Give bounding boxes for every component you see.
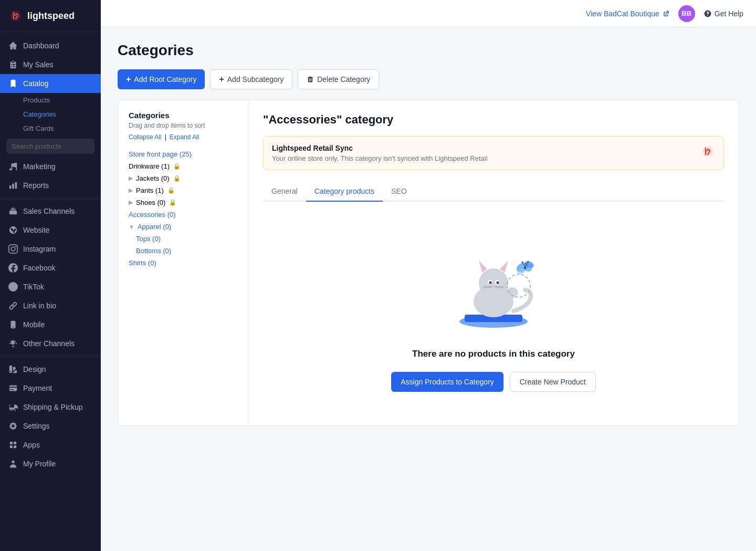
sidebar-item-my-sales[interactable]: My Sales	[0, 55, 101, 74]
svg-point-21	[513, 289, 518, 293]
lock-icon-3: 🔒	[167, 187, 175, 194]
add-subcategory-button[interactable]: + Add Subcategory	[210, 69, 292, 89]
sync-flame-icon	[700, 144, 715, 162]
profile-icon	[8, 459, 18, 469]
sidebar-item-website[interactable]: Website	[0, 221, 101, 240]
sidebar-item-catalog[interactable]: Catalog	[0, 74, 101, 93]
lock-icon: 🔒	[173, 163, 181, 170]
chart-icon	[8, 181, 18, 190]
tree-item-shirts[interactable]: Shirts (0)	[129, 257, 237, 269]
external-link-icon	[663, 10, 670, 17]
sidebar-item-tiktok[interactable]: TikTok	[0, 277, 101, 296]
plus-icon-2: +	[219, 75, 224, 84]
link-icon	[8, 301, 18, 310]
tree-item-bottoms[interactable]: Bottoms (0)	[129, 245, 237, 257]
collapse-all-link[interactable]: Collapse All	[129, 133, 162, 141]
view-store-link[interactable]: View BadCat Boutique	[586, 9, 670, 18]
design-icon	[8, 365, 18, 374]
sidebar-item-categories[interactable]: Categories	[23, 107, 101, 121]
sidebar-item-reports[interactable]: Reports	[0, 176, 101, 195]
sidebar-item-mobile[interactable]: Mobile	[0, 315, 101, 334]
app-logo[interactable]: lightspeed	[0, 0, 101, 32]
expand-icon: ▶	[129, 175, 133, 182]
logo-icon	[8, 8, 23, 23]
cat-tree-actions: Collapse All | Expand All	[129, 133, 237, 141]
avatar[interactable]: BB	[678, 5, 695, 22]
catalog-label: Catalog	[23, 79, 48, 88]
catalog-subnav: Products Categories Gift Cards	[0, 93, 101, 136]
page-toolbar: + Add Root Category + Add Subcategory De…	[118, 69, 739, 89]
empty-state: There are no products in this category A…	[263, 202, 724, 413]
sidebar-item-link-in-bio[interactable]: Link in bio	[0, 296, 101, 315]
topbar: View BadCat Boutique BB Get Help	[101, 0, 756, 27]
cat-tree-title: Categories	[129, 111, 237, 120]
tab-category-products[interactable]: Category products	[306, 182, 383, 202]
delete-category-button[interactable]: Delete Category	[298, 69, 379, 89]
create-new-product-button[interactable]: Create New Product	[510, 372, 596, 392]
main-area: View BadCat Boutique BB Get Help Categor…	[101, 0, 756, 551]
sync-card-title: Lightspeed Retail Sync	[272, 144, 488, 152]
expand-all-link[interactable]: Expand All	[170, 133, 200, 141]
sidebar-item-gift-cards[interactable]: Gift Cards	[23, 121, 101, 136]
sidebar-item-my-profile[interactable]: My Profile	[0, 454, 101, 473]
category-panel-layout: Categories Drag and drop items to sort C…	[118, 100, 739, 426]
category-tree-panel: Categories Drag and drop items to sort C…	[118, 100, 248, 425]
help-link[interactable]: Get Help	[704, 9, 743, 18]
catalog-icon	[8, 79, 18, 88]
sidebar-item-dashboard[interactable]: Dashboard	[0, 36, 101, 55]
tab-seo[interactable]: SEO	[383, 182, 415, 202]
expand-icon-3: ▶	[129, 199, 133, 206]
facebook-icon	[8, 263, 18, 273]
add-root-category-button[interactable]: + Add Root Category	[118, 69, 205, 89]
home-icon	[8, 41, 18, 50]
settings-icon	[8, 421, 18, 431]
help-icon	[704, 9, 712, 18]
tree-item-shoes[interactable]: ▶ Shoes (0) 🔒	[129, 196, 237, 209]
sidebar-item-shipping[interactable]: Shipping & Pickup	[0, 398, 101, 417]
svg-point-10	[489, 282, 492, 284]
sidebar-item-products[interactable]: Products	[23, 93, 101, 107]
tree-item-accessories[interactable]: Accessories (0)	[129, 209, 237, 221]
expand-icon-4: ▼	[129, 224, 134, 230]
tree-item-pants[interactable]: ▶ Pants (1) 🔒	[129, 184, 237, 196]
sidebar-item-apps[interactable]: Apps	[0, 435, 101, 454]
tree-item-tops[interactable]: Tops (0)	[129, 233, 237, 245]
category-detail-panel: "Accessories" category Lightspeed Retail…	[248, 100, 739, 425]
svg-point-12	[492, 285, 495, 287]
nav-divider-1	[0, 198, 101, 199]
page-title: Categories	[118, 42, 739, 59]
sidebar-item-design[interactable]: Design	[0, 360, 101, 379]
dashboard-label: Dashboard	[23, 41, 59, 50]
tree-item-apparel[interactable]: ▼ Apparel (0)	[129, 221, 237, 233]
channels-icon	[8, 206, 18, 216]
payment-icon	[8, 383, 18, 393]
sidebar-item-sales-channels[interactable]: Sales Channels	[0, 202, 101, 221]
apps-icon	[8, 440, 18, 450]
sidebar-item-marketing[interactable]: Marketing	[0, 157, 101, 176]
sync-card-desc: Your online store only. This category is…	[272, 154, 488, 162]
globe-icon	[8, 225, 18, 235]
sidebar-item-instagram[interactable]: Instagram	[0, 240, 101, 258]
detail-tabs: General Category products SEO	[263, 182, 724, 202]
shipping-icon	[8, 402, 18, 412]
sidebar-item-other-channels[interactable]: Other Channels	[0, 334, 101, 353]
mobile-icon	[8, 320, 18, 329]
sidebar-item-payment[interactable]: Payment	[0, 379, 101, 398]
svg-point-31	[528, 261, 529, 263]
sidebar-item-facebook[interactable]: Facebook	[0, 258, 101, 277]
empty-state-actions: Assign Products to Category Create New P…	[391, 372, 595, 392]
tree-item-drinkware[interactable]: Drinkware (1) 🔒	[129, 160, 237, 172]
search-input[interactable]	[6, 139, 94, 154]
tree-item-jackets[interactable]: ▶ Jackets (0) 🔒	[129, 172, 237, 184]
sidebar-nav: Dashboard My Sales Catalog Products Cate…	[0, 32, 101, 551]
nav-divider-2	[0, 356, 101, 357]
tiktok-icon	[8, 282, 18, 292]
empty-state-message: There are no products in this category	[412, 349, 575, 359]
trash-icon	[307, 76, 314, 83]
svg-point-29	[522, 262, 523, 263]
assign-products-button[interactable]: Assign Products to Category	[391, 372, 503, 392]
tab-general[interactable]: General	[263, 182, 306, 202]
tree-item-storefront[interactable]: Store front page (25)	[129, 148, 237, 160]
cat-detail-title: "Accessories" category	[263, 113, 724, 127]
sidebar-item-settings[interactable]: Settings	[0, 417, 101, 435]
